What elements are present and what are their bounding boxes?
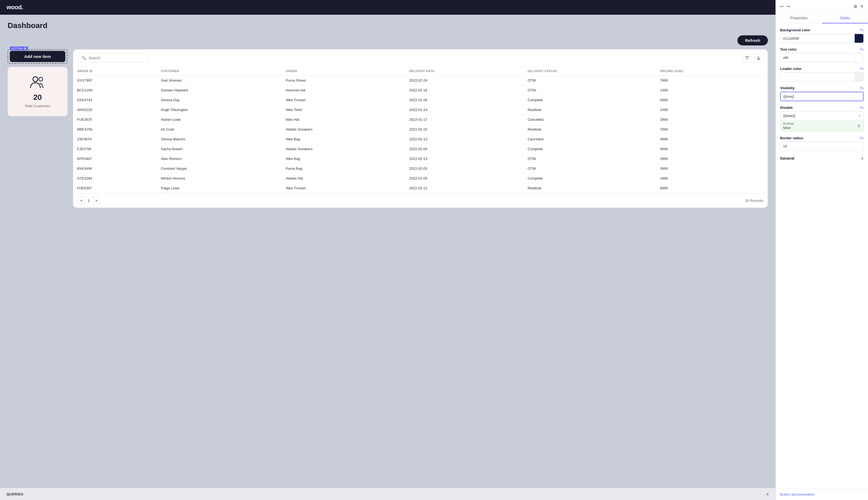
button-documentation-link[interactable]: Button documentation bbox=[780, 492, 814, 497]
general-header[interactable]: General ∨ bbox=[780, 155, 864, 162]
queries-bar: QUERIES ∧ bbox=[0, 488, 776, 500]
visibility-label-row: Visibility Fx bbox=[780, 86, 864, 90]
cell-customer: Winton Herrera bbox=[157, 173, 282, 183]
external-link-icon[interactable]: ↗ bbox=[858, 114, 861, 118]
records-count: 20 Records bbox=[745, 198, 763, 203]
button4-container: BUTTON4 🗑 Add new item bbox=[8, 49, 67, 64]
disable-property: Disable Fx {{false}} ↗ Boolean false 🗑 bbox=[780, 105, 864, 132]
customers-card: 20 Total Customers bbox=[8, 67, 67, 116]
table-header-row: ORDER ID CUSTOMER ORDER DELIVERY DATE DE… bbox=[73, 67, 768, 76]
table-row[interactable]: FUE3875 Harlan Lowe Nike Hat 2022-01-17 … bbox=[73, 115, 768, 125]
cell-customer: Hugh Titterington bbox=[157, 105, 282, 115]
orders-table: ORDER ID CUSTOMER ORDER DELIVERY DATE DE… bbox=[73, 67, 768, 193]
cell-delivery-date: 2022-01-14 bbox=[405, 105, 524, 115]
general-chevron-icon: ∨ bbox=[861, 156, 864, 160]
table-row[interactable]: FHE5367 Paige Lowe Nike Trouser 2022-02-… bbox=[73, 183, 768, 193]
svg-point-1 bbox=[39, 77, 43, 81]
loader-color-property: Loader color Fx bbox=[780, 67, 864, 82]
text-color-fx[interactable]: Fx bbox=[860, 48, 864, 52]
visibility-label: Visibility bbox=[780, 86, 794, 90]
search-input[interactable] bbox=[88, 56, 144, 60]
cell-pricing: 5990 bbox=[656, 95, 768, 105]
cell-delivery-status: Complete bbox=[524, 144, 656, 154]
loader-color-input[interactable] bbox=[780, 73, 855, 81]
table-row[interactable]: GXV7897 Ged Jimenez Puma Shoes 2022-02-2… bbox=[73, 76, 768, 86]
bg-color-fx[interactable]: Fx bbox=[860, 28, 864, 32]
cell-order-id: AKN1220 bbox=[73, 105, 157, 115]
disable-fx[interactable]: Fx bbox=[860, 106, 864, 110]
cell-pricing: 1990 bbox=[656, 173, 768, 183]
border-radius-label-row: Border radius Fx bbox=[780, 136, 864, 140]
table-row[interactable]: ZSF4674 Sienna Malcom Nike Bag 2022-02-1… bbox=[73, 134, 768, 144]
cell-delivery-date: 2022-01-05 bbox=[405, 173, 524, 183]
col-delivery-date: DELIVERY DATE bbox=[405, 67, 524, 76]
cell-pricing: 4990 bbox=[656, 134, 768, 144]
table-row[interactable]: MBF4756 Kit Cook Adidas Sneakers 2022-02… bbox=[73, 125, 768, 134]
cell-delivery-status: OTW bbox=[524, 76, 656, 86]
loader-color-swatch[interactable] bbox=[855, 73, 864, 81]
cell-order: Nike Hat bbox=[282, 115, 405, 125]
border-radius-input[interactable] bbox=[780, 142, 864, 150]
bg-color-label: Background color bbox=[780, 28, 810, 32]
bg-color-label-row: Background color Fx bbox=[780, 28, 864, 32]
next-page-button[interactable]: > bbox=[92, 197, 100, 204]
page-title: Dashboard bbox=[8, 21, 768, 30]
cell-delivery-date: 2022-02-13 bbox=[405, 154, 524, 164]
cell-delivery-status: Cancelled bbox=[524, 134, 656, 144]
top-bar: wood. bbox=[0, 0, 776, 15]
table-row[interactable]: GTE3264 Winton Herrera Adidas Hat 2022-0… bbox=[73, 173, 768, 183]
text-color-label-row: Text color Fx bbox=[780, 47, 864, 52]
tab-styles[interactable]: Styles bbox=[822, 13, 868, 23]
download-button[interactable] bbox=[754, 53, 763, 62]
cell-customer: Paige Lowe bbox=[157, 183, 282, 193]
prev-page-button[interactable]: < bbox=[78, 197, 85, 204]
redo-icon[interactable]: ↪ bbox=[786, 4, 790, 9]
filter-button[interactable] bbox=[743, 53, 752, 62]
cell-order: Adidas Sneakers bbox=[282, 144, 405, 154]
queries-chevron-icon[interactable]: ∧ bbox=[766, 492, 769, 496]
general-label: General bbox=[780, 156, 794, 160]
panel-header: ↩ ↪ 🖥 ✕ bbox=[776, 0, 868, 13]
text-color-input[interactable] bbox=[780, 54, 855, 62]
refresh-button[interactable]: Refresh bbox=[737, 35, 768, 45]
close-button[interactable]: ✕ bbox=[860, 4, 864, 9]
col-order: ORDER bbox=[282, 67, 405, 76]
border-radius-fx[interactable]: Fx bbox=[860, 136, 864, 140]
cell-order: Adidas Hat bbox=[282, 173, 405, 183]
visibility-input[interactable] bbox=[781, 92, 863, 101]
cell-delivery-date: 2022-02-12 bbox=[405, 183, 524, 193]
disable-type-value: Boolean false bbox=[783, 122, 794, 130]
cell-delivery-date: 2022-02-04 bbox=[405, 144, 524, 154]
customers-count: 20 bbox=[33, 93, 42, 102]
bg-color-swatch[interactable] bbox=[855, 34, 864, 43]
table-row[interactable]: DSK4743 Serena Day Nike Trouser 2022-01-… bbox=[73, 95, 768, 105]
cell-order-id: KFR3467 bbox=[73, 154, 157, 164]
cell-delivery-date: 2022-01-28 bbox=[405, 95, 524, 105]
cell-customer: Damian Hayward bbox=[157, 86, 282, 95]
cell-customer: Serena Day bbox=[157, 95, 282, 105]
cell-delivery-date: 2022-02-15 bbox=[405, 125, 524, 134]
table-row[interactable]: KFR3467 Alan Romero Nike Bag 2022-02-13 … bbox=[73, 154, 768, 164]
table-row[interactable]: BVK3496 Constant Vargas Puma Bag 2022-02… bbox=[73, 164, 768, 173]
border-radius-property: Border radius Fx bbox=[780, 136, 864, 151]
table-row[interactable]: AKN1220 Hugh Titterington Nike Tshirt 20… bbox=[73, 105, 768, 115]
loader-color-fx[interactable]: Fx bbox=[860, 67, 864, 71]
table-toolbar: 🔍 bbox=[73, 49, 768, 67]
widget-column: BUTTON4 🗑 Add new item 20 bbox=[8, 49, 67, 116]
text-color-swatch[interactable] bbox=[855, 53, 864, 62]
table-row[interactable]: FJE3759 Sacha Bowen Adidas Sneakers 2022… bbox=[73, 144, 768, 154]
panel-view-icons: 🖥 ✕ bbox=[853, 4, 864, 9]
disable-input-container: {{false}} ↗ Boolean false 🗑 bbox=[780, 111, 864, 132]
cell-order: Puma Bag bbox=[282, 164, 405, 173]
bg-color-input[interactable] bbox=[780, 34, 855, 43]
disable-delete-icon[interactable]: 🗑 bbox=[857, 124, 861, 128]
add-new-item-button[interactable]: Add new item bbox=[10, 51, 65, 62]
tab-properties[interactable]: Properties bbox=[776, 13, 822, 23]
visibility-fx[interactable]: Fx bbox=[860, 86, 864, 90]
table-panel: 🔍 bbox=[73, 49, 768, 208]
delete-badge-icon[interactable]: 🗑 bbox=[24, 47, 26, 50]
table-row[interactable]: BCG1294 Damian Hayward Hummel Hat 2022-0… bbox=[73, 86, 768, 95]
cell-delivery-status: OTW bbox=[524, 86, 656, 95]
panel-footer: Button documentation bbox=[776, 488, 868, 500]
undo-icon[interactable]: ↩ bbox=[780, 4, 784, 9]
